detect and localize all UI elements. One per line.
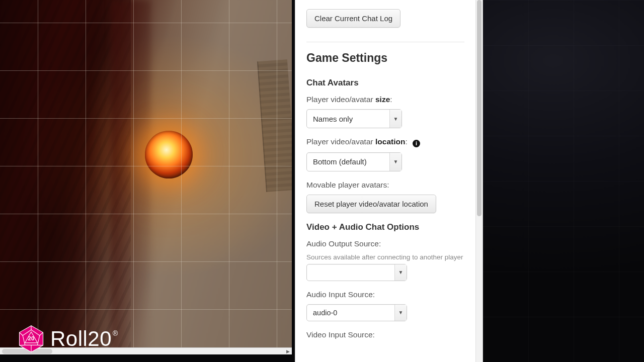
map-grid-overlay <box>0 0 292 354</box>
logo-text: Roll20® <box>50 327 118 351</box>
clear-chat-log-button[interactable]: Clear Current Chat Log <box>306 9 400 28</box>
d20-icon: 20 <box>17 325 45 353</box>
audio-output-note: Sources available after connecting to an… <box>306 253 464 261</box>
svg-line-5 <box>37 345 43 345</box>
game-settings-heading: Game Settings <box>306 51 464 65</box>
svg-line-7 <box>19 345 25 345</box>
reset-avatar-location-button[interactable]: Reset player video/avatar location <box>306 195 436 213</box>
label-text: Player video/avatar <box>306 137 375 146</box>
chevron-down-icon: ▼ <box>394 264 407 281</box>
section-divider <box>306 42 464 42</box>
avatar-location-select[interactable]: Bottom (default) ▼ <box>306 152 402 171</box>
select-value: Bottom (default) <box>313 157 367 166</box>
chevron-down-icon: ▼ <box>394 305 407 321</box>
settings-panel-content: Clear Current Chat Log Game Settings Cha… <box>295 0 475 362</box>
scroll-right-arrow-icon[interactable]: ▶ <box>285 349 291 354</box>
logo-wordmark: Roll20 <box>50 327 112 350</box>
audio-output-label: Audio Output Source: <box>306 239 464 248</box>
chevron-down-icon: ▼ <box>389 153 401 171</box>
label-text: : <box>405 137 407 146</box>
avatar-location-label: Player video/avatar location: i <box>306 137 464 147</box>
audio-input-select[interactable]: audio-0 ▼ <box>306 304 407 321</box>
roll20-logo: 20 Roll20® <box>17 325 118 353</box>
dark-backdrop-grid <box>483 0 644 362</box>
audio-output-select[interactable]: ▼ <box>306 264 407 281</box>
audio-input-label: Audio Input Source: <box>306 290 464 299</box>
chevron-down-icon: ▼ <box>389 110 401 128</box>
chat-avatars-subheading: Chat Avatars <box>306 78 464 88</box>
scrollbar-thumb[interactable] <box>477 0 481 216</box>
avatar-size-select[interactable]: Names only ▼ <box>306 109 402 128</box>
d20-number: 20 <box>28 335 34 341</box>
label-strong: size <box>375 95 390 104</box>
trademark-icon: ® <box>113 329 118 337</box>
video-audio-subheading: Video + Audio Chat Options <box>306 222 464 232</box>
video-input-label: Video Input Source: <box>306 330 464 339</box>
panel-vertical-scrollbar[interactable] <box>475 0 482 362</box>
label-text: Player video/avatar <box>306 95 375 104</box>
info-icon[interactable]: i <box>413 140 420 147</box>
movable-avatars-label: Movable player avatars: <box>306 180 464 190</box>
select-value: audio-0 <box>313 309 337 317</box>
tabletop-canvas[interactable]: ▶ <box>0 0 292 354</box>
label-text: : <box>390 95 392 104</box>
settings-panel: Clear Current Chat Log Game Settings Cha… <box>295 0 483 362</box>
avatar-size-label: Player video/avatar size: <box>306 95 464 104</box>
label-strong: location <box>375 137 405 146</box>
select-value: Names only <box>313 115 353 123</box>
